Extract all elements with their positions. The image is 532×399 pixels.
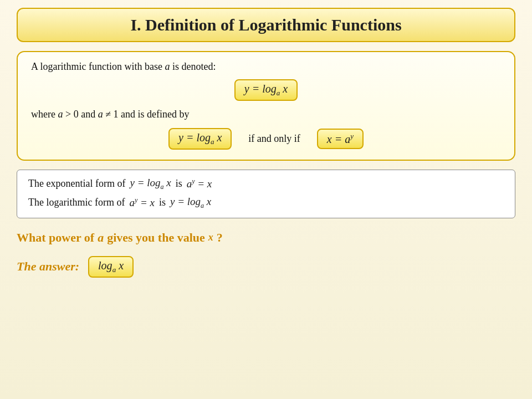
page-title: I. Definition of Logarithmic Functions [130, 16, 401, 34]
def-text-2: is denoted: [170, 61, 216, 72]
def-bottom-row: y = loga x if and only if x = ay [31, 128, 501, 150]
definition-box: A logarithmic function with base a is de… [17, 51, 515, 161]
question-section: What power of a gives you the value x ? [17, 231, 515, 245]
log-formula-output: y = loga x [170, 196, 211, 210]
question-middle: gives you the value [107, 231, 205, 245]
question-x: x [208, 232, 213, 243]
def-a2: a [98, 109, 103, 120]
answer-label: The answer: [17, 259, 79, 274]
main-formula: y = loga x [234, 79, 298, 101]
exp-formula-input: y = loga x [130, 177, 171, 191]
log-is: is [159, 197, 166, 208]
answer-section: The answer: loga x [17, 256, 515, 278]
forms-box: The exponential form of y = loga x is ay… [17, 170, 515, 218]
question-end: ? [217, 231, 223, 245]
def-cond2: ≠ 1 and is defined by [103, 109, 190, 120]
exp-form-row: The exponential form of y = loga x is ay… [28, 177, 504, 191]
log-formula-input: ay = x [129, 196, 155, 209]
log-label: The logarithmic form of [28, 197, 125, 208]
exp-label: The exponential form of [28, 178, 125, 190]
if-only-if-text: if and only if [248, 133, 300, 145]
exp-is: is [176, 178, 182, 190]
def-line2: where a > 0 and a ≠ 1 and is defined by [31, 109, 501, 120]
title-bar: I. Definition of Logarithmic Functions [17, 8, 515, 42]
answer-formula: loga x [88, 256, 134, 278]
def-where: where [31, 109, 58, 120]
def-formula-left: y = loga x [168, 128, 232, 150]
exp-formula-output: ay = x [187, 177, 212, 190]
def-text-1: A logarithmic function with base [31, 61, 165, 72]
def-formula-right: x = ay [317, 129, 364, 149]
main-formula-container: y = loga x [31, 79, 501, 101]
def-cond1: > 0 and [63, 109, 98, 120]
log-form-row: The logarithmic form of ay = x is y = lo… [28, 196, 504, 210]
question-text: What power of a gives you the value x ? [17, 231, 515, 245]
question-start: What power of [17, 231, 94, 245]
def-line1: A logarithmic function with base a is de… [31, 61, 501, 73]
question-a: a [98, 231, 104, 245]
